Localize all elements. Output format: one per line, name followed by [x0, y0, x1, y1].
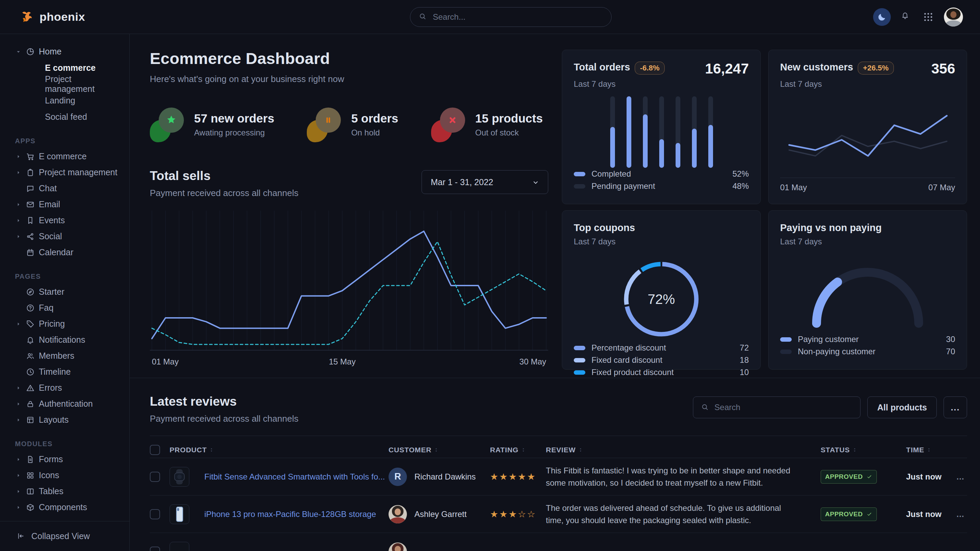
sidebar-item-landing[interactable]: Landing	[0, 92, 123, 109]
sidebar-item-e-commerce[interactable]: E commerce	[0, 148, 123, 164]
orders-legend-item[interactable]: Completed52%	[574, 168, 749, 180]
order-stats-row: 57 new ordersAwating processing5 ordersO…	[150, 107, 548, 142]
legend-value: 30	[946, 335, 955, 344]
customer-avatar-photo	[388, 505, 407, 524]
row-actions-button[interactable]: ...	[947, 510, 964, 519]
sidebar-item-home[interactable]: Home	[0, 44, 123, 60]
apps-menu-button[interactable]	[923, 11, 934, 22]
sidebar-item-forms[interactable]: Forms	[0, 451, 123, 467]
sidebar-item-project-management[interactable]: Project management	[0, 164, 123, 180]
package-icon	[26, 503, 35, 512]
review-table-row	[150, 533, 967, 551]
legend-swatch	[574, 184, 585, 189]
product-link[interactable]: iPhone 13 pro max-Pacific Blue-128GB sto…	[204, 510, 376, 519]
all-products-filter-button[interactable]: All products	[867, 397, 937, 418]
latest-reviews-section: Latest reviews Payment received across a…	[130, 378, 980, 551]
status-badge: APPROVED	[821, 507, 877, 521]
paying-legend-item[interactable]: Non-paying customer70	[780, 345, 955, 358]
sidebar-item-email[interactable]: Email	[0, 196, 123, 212]
sidebar-item-label: Icons	[39, 470, 59, 480]
gauge-paying-arc	[816, 272, 919, 323]
lock-icon	[26, 400, 35, 408]
new-customers-title: New customers	[780, 62, 853, 73]
sidebar-item-events[interactable]: Events	[0, 212, 123, 229]
reviews-search-input[interactable]	[714, 402, 853, 413]
sidebar-item-notifications[interactable]: Notifications	[0, 332, 123, 348]
row-actions-button[interactable]: ...	[947, 472, 964, 481]
sidebar-item-pricing[interactable]: Pricing	[0, 316, 123, 332]
column-header-status[interactable]: STATUS	[821, 446, 906, 454]
theme-toggle-button[interactable]	[873, 8, 891, 26]
pause-icon	[322, 114, 335, 127]
orders-legend-item[interactable]: Pending payment48%	[574, 180, 749, 192]
new-customers-value: 356	[931, 62, 955, 76]
coupons-legend-item[interactable]: Fixed product discount10	[574, 366, 749, 378]
product-thumbnail	[170, 504, 189, 524]
bar-completed-fill	[708, 125, 713, 168]
reviews-table: PRODUCTCUSTOMERRATINGREVIEWSTATUSTIME Fi…	[150, 436, 967, 551]
sidebar-item-project-management[interactable]: Project management	[0, 76, 123, 92]
sidebar-home-label: Home	[39, 47, 62, 57]
order-bar-6	[708, 96, 713, 168]
coupons-legend-item[interactable]: Percentage discount72	[574, 342, 749, 354]
caret-right-icon	[15, 233, 22, 240]
stat-icon-star	[150, 107, 185, 142]
paying-vs-nonpaying-card: Paying vs non paying Last 7 days Paying …	[768, 210, 967, 370]
column-header-product[interactable]: PRODUCT	[170, 446, 388, 454]
collapse-view-toggle[interactable]: Collapsed View	[0, 521, 129, 551]
legend-swatch	[574, 370, 585, 375]
notifications-button[interactable]	[901, 11, 913, 23]
x-axis-label: 01 May	[152, 357, 179, 366]
bookmark-icon	[26, 216, 35, 225]
layout-icon	[26, 416, 35, 424]
column-header-customer[interactable]: CUSTOMER	[388, 446, 490, 454]
phoenix-flame-icon	[19, 9, 35, 25]
reviews-search	[693, 397, 861, 418]
select-all-checkbox[interactable]	[150, 445, 160, 455]
paying-title: Paying vs non paying	[780, 222, 881, 233]
sidebar-item-label: Email	[39, 199, 60, 209]
sidebar-item-chat[interactable]: Chat	[0, 180, 123, 196]
sidebar-item-faq[interactable]: Faq	[0, 300, 123, 316]
user-avatar[interactable]	[944, 8, 963, 27]
column-header-time[interactable]: TIME	[906, 446, 947, 454]
sidebar-item-components[interactable]: Components	[0, 499, 123, 515]
coupons-legend-item[interactable]: Fixed card discount18	[574, 354, 749, 366]
customer-name: Richard Dawkins	[414, 472, 476, 481]
status-badge: APPROVED	[821, 470, 877, 484]
product-link[interactable]: Fitbit Sense Advanced Smartwatch with To…	[204, 472, 385, 481]
column-header-review[interactable]: REVIEW	[546, 446, 821, 454]
sidebar-item-e-commerce[interactable]: E commerce	[0, 60, 123, 76]
sidebar-item-icons[interactable]: Icons	[0, 467, 123, 483]
row-checkbox[interactable]	[150, 546, 160, 551]
brand-logo[interactable]: phoenix	[19, 9, 85, 25]
sidebar-item-timeline[interactable]: Timeline	[0, 364, 123, 380]
review-text: This Fitbit is fantastic! I was trying t…	[546, 465, 791, 489]
global-search-input[interactable]	[432, 12, 603, 22]
bar-completed-fill	[643, 114, 648, 168]
paying-period: Last 7 days	[780, 237, 955, 246]
reviews-more-button[interactable]: ...	[943, 397, 967, 418]
sidebar-item-authentication[interactable]: Authentication	[0, 396, 123, 412]
row-checkbox[interactable]	[150, 509, 160, 519]
paying-legend-item[interactable]: Paying customer30	[780, 333, 955, 345]
sidebar-item-label: Forms	[39, 454, 63, 464]
sidebar-item-errors[interactable]: Errors	[0, 380, 123, 396]
row-checkbox-cell	[150, 472, 170, 482]
sidebar-item-starter[interactable]: Starter	[0, 284, 123, 300]
sidebar-item-label: Events	[39, 216, 65, 225]
column-header-rating[interactable]: RATING	[490, 446, 546, 454]
sidebar-item-social-feed[interactable]: Social feed	[0, 109, 123, 125]
row-checkbox[interactable]	[150, 472, 160, 482]
sidebar-item-social[interactable]: Social	[0, 229, 123, 245]
legend-swatch	[780, 349, 792, 354]
date-range-select[interactable]: Mar 1 - 31, 2022	[422, 170, 548, 194]
sidebar-item-members[interactable]: Members	[0, 348, 123, 364]
sidebar-item-tables[interactable]: Tables	[0, 483, 123, 499]
order-bar-3	[659, 96, 664, 168]
sidebar-item-calendar[interactable]: Calendar	[0, 245, 123, 260]
caret-down-icon	[15, 48, 22, 55]
dashboard-main-column: Ecommerce Dashboard Here's what's going …	[150, 34, 548, 370]
sidebar-item-layouts[interactable]: Layouts	[0, 412, 123, 428]
bar-completed-fill	[692, 129, 697, 168]
